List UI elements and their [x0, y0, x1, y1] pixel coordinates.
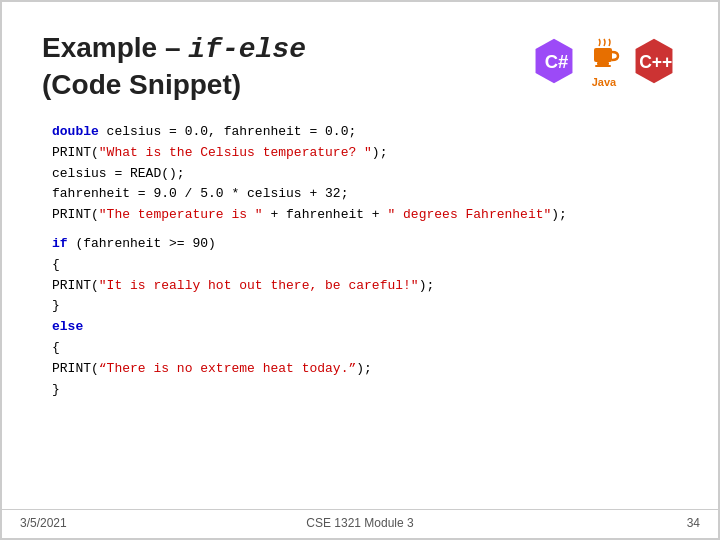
- title-row: Example – if-else (Code Snippet) C#: [42, 30, 678, 102]
- code-line: celsius = READ();: [52, 164, 678, 185]
- code-line: PRINT("What is the Celsius temperature? …: [52, 143, 678, 164]
- slide-footer: 3/5/2021 CSE 1321 Module 3 34: [2, 509, 718, 538]
- code-line: {: [52, 255, 678, 276]
- svg-rect-4: [595, 65, 611, 67]
- svg-rect-2: [594, 48, 612, 62]
- code-line: PRINT("It is really hot out there, be ca…: [52, 276, 678, 297]
- java-label: Java: [592, 76, 616, 88]
- code-line: }: [52, 380, 678, 401]
- code-line: if (fahrenheit >= 90): [52, 234, 678, 255]
- footer-date: 3/5/2021: [20, 516, 244, 530]
- slide: Example – if-else (Code Snippet) C#: [0, 0, 720, 540]
- code-line: [52, 226, 678, 234]
- java-logo-icon: [586, 34, 622, 74]
- footer-page: 34: [476, 516, 700, 530]
- footer-course: CSE 1321 Module 3: [248, 516, 472, 530]
- slide-content: Example – if-else (Code Snippet) C#: [2, 2, 718, 509]
- code-line: PRINT("The temperature is " + fahrenheit…: [52, 205, 678, 226]
- svg-text:C++: C++: [639, 52, 672, 72]
- code-line: double celsius = 0.0, fahrenheit = 0.0;: [52, 122, 678, 143]
- logo-row: C# Java: [530, 34, 678, 88]
- code-block: double celsius = 0.0, fahrenheit = 0.0;P…: [42, 122, 678, 400]
- slide-title: Example – if-else (Code Snippet): [42, 30, 306, 102]
- svg-rect-3: [597, 62, 609, 65]
- svg-text:C#: C#: [545, 51, 569, 72]
- code-line: fahrenheit = 9.0 / 5.0 * celsius + 32;: [52, 184, 678, 205]
- csharp-logo-icon: C#: [530, 37, 578, 85]
- code-line: }: [52, 296, 678, 317]
- title-text-plain: Example – if-else: [42, 32, 306, 63]
- code-line: PRINT(“There is no extreme heat today.”)…: [52, 359, 678, 380]
- cpp-logo-icon: C++: [630, 37, 678, 85]
- code-line: else: [52, 317, 678, 338]
- title-text-subtitle: (Code Snippet): [42, 69, 241, 100]
- java-logo-wrap: Java: [586, 34, 622, 88]
- code-line: {: [52, 338, 678, 359]
